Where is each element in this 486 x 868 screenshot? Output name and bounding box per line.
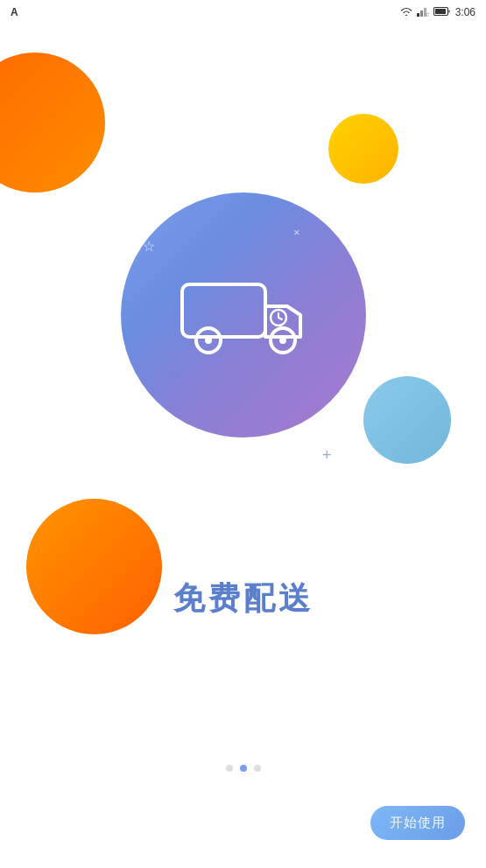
svg-line-9 <box>278 318 282 319</box>
battery-icon <box>433 6 451 19</box>
deco-circle-orange-top <box>0 52 105 192</box>
deco-small-circle <box>171 372 178 379</box>
deco-cross-icon: × <box>293 226 300 239</box>
truck-icon <box>173 267 313 363</box>
svg-point-11 <box>205 337 212 344</box>
deco-circle-yellow-top <box>328 114 398 184</box>
status-bar-right: 3:06 <box>400 6 475 19</box>
app-indicator: A <box>11 6 18 18</box>
wifi-icon <box>400 6 412 19</box>
deco-star-icon: ☆ <box>143 238 155 255</box>
svg-rect-0 <box>417 13 419 17</box>
pagination-dot-1[interactable] <box>226 765 233 772</box>
svg-point-13 <box>279 337 286 344</box>
signal-icon <box>417 6 429 19</box>
status-bar: A 3:06 <box>0 0 486 24</box>
deco-circle-blue-right <box>363 376 451 464</box>
pagination-dot-2[interactable] <box>240 765 247 772</box>
main-circle <box>121 192 366 438</box>
pagination-dots <box>0 765 486 772</box>
pagination-dot-3[interactable] <box>254 765 261 772</box>
svg-rect-6 <box>182 284 265 337</box>
time-display: 3:06 <box>455 6 475 18</box>
svg-rect-3 <box>426 13 429 17</box>
main-title: 免费配送 <box>0 578 486 620</box>
svg-rect-5 <box>435 9 446 14</box>
svg-rect-1 <box>420 10 423 17</box>
start-button[interactable]: 开始使用 <box>370 806 465 840</box>
deco-plus-icon: + <box>322 446 332 465</box>
